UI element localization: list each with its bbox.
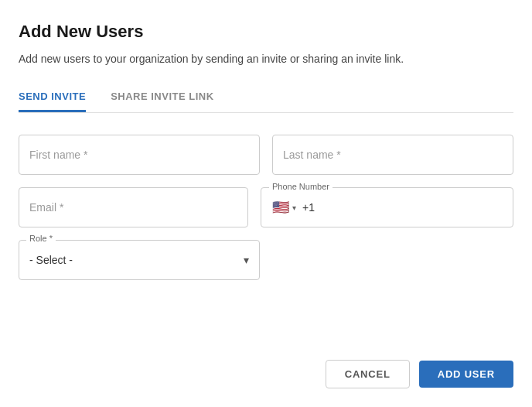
add-new-users-dialog: Add New Users Add new users to your orga…	[0, 0, 532, 407]
role-select[interactable]: - Select - Admin Manager User Viewer	[19, 240, 260, 280]
form-area: First name * Last name * Email * Phone N…	[19, 135, 513, 347]
phone-country-selector[interactable]: 🇺🇸 ▾	[272, 200, 296, 214]
email-phone-row: Email * Phone Number 🇺🇸 ▾ +1	[19, 187, 513, 227]
dialog-title: Add New Users	[19, 22, 513, 42]
role-row: Role * - Select - Admin Manager User Vie…	[19, 240, 513, 280]
role-field: Role * - Select - Admin Manager User Vie…	[19, 240, 260, 280]
tab-send-invite[interactable]: SEND INVITE	[19, 83, 86, 112]
email-field: Email *	[19, 187, 248, 227]
flag-dropdown-chevron-icon: ▾	[292, 204, 296, 212]
tab-bar: SEND INVITE SHARE INVITE LINK	[19, 83, 513, 113]
tab-share-invite-link[interactable]: SHARE INVITE LINK	[111, 83, 213, 112]
email-input[interactable]	[19, 187, 248, 227]
add-user-button[interactable]: ADD USER	[419, 361, 513, 388]
flag-us-icon: 🇺🇸	[272, 200, 289, 214]
cancel-button[interactable]: CANCEL	[326, 360, 410, 388]
phone-prefix: +1	[302, 201, 315, 214]
phone-number-input[interactable]	[319, 201, 502, 214]
last-name-input[interactable]	[272, 135, 513, 175]
dialog-description: Add new users to your organization by se…	[19, 51, 513, 67]
first-name-field: First name *	[19, 135, 260, 175]
last-name-field: Last name *	[272, 135, 513, 175]
phone-number-label: Phone Number	[269, 182, 332, 191]
role-label: Role *	[26, 234, 56, 243]
name-row: First name * Last name *	[19, 135, 513, 175]
first-name-input[interactable]	[19, 135, 260, 175]
phone-number-field: Phone Number 🇺🇸 ▾ +1	[261, 187, 513, 227]
dialog-footer: CANCEL ADD USER	[19, 347, 513, 388]
